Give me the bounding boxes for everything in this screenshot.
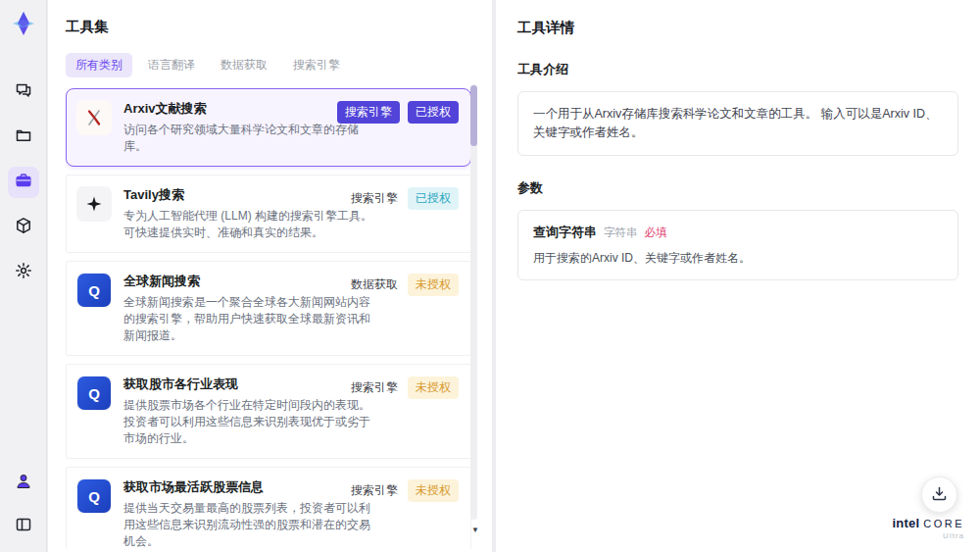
tool-card[interactable]: Arxiv文献搜索访问各个研究领域大量科学论文和文章的存储库。搜索引擎已授权: [66, 88, 471, 167]
detail-title: 工具详情: [517, 19, 958, 37]
tool-card-main: 获取股市各行业表现提供股票市场各个行业在特定时间段内的表现。投资者可以利用这些信…: [123, 376, 380, 447]
sidebar-toggle-icon: [15, 516, 32, 537]
tab-category-2[interactable]: 数据获取: [211, 53, 277, 77]
download-icon: [931, 485, 948, 505]
category-label: 搜索引擎: [351, 190, 398, 207]
tool-name: 获取股市各行业表现: [123, 376, 380, 393]
sidebar-item-files[interactable]: [8, 122, 39, 153]
news-search-icon: Q: [77, 479, 111, 513]
auth-status-badge: 未授权: [408, 479, 459, 502]
tool-description: 提供当天交易量最高的股票列表，投资者可以利用这些信息来识别流动性强的股票和潜在的…: [123, 500, 380, 549]
chat-icon: [15, 81, 32, 103]
news-search-icon: Q: [76, 478, 112, 514]
intel-wordmark: intel: [892, 516, 919, 530]
auth-status-badge: 未授权: [408, 274, 459, 296]
category-tabs: 所有类别语言翻译数据获取搜索引擎: [66, 53, 492, 77]
tool-card-tags: 数据获取未授权: [351, 274, 459, 296]
tool-card-tags: 搜索引擎未授权: [351, 479, 459, 502]
auth-status-badge: 未授权: [408, 376, 459, 399]
scrollbar-thumb[interactable]: [470, 85, 477, 146]
cube-icon: [15, 217, 32, 238]
sidebar-item-settings[interactable]: [8, 257, 39, 288]
tool-name: 全球新闻搜索: [123, 273, 380, 290]
tool-description: 提供股票市场各个行业在特定时间段内的表现。投资者可以利用这些信息来识别表现优于或…: [123, 397, 380, 447]
sparkle-icon: [76, 186, 112, 222]
news-search-icon: Q: [76, 376, 112, 411]
intro-heading: 工具介绍: [517, 61, 958, 78]
sidebar-item-user[interactable]: [8, 468, 39, 499]
core-wordmark: CORE: [923, 518, 964, 529]
tool-name: 获取市场最活跃股票信息: [123, 478, 380, 496]
tool-card-list: Arxiv文献搜索访问各个研究领域大量科学论文和文章的存储库。搜索引擎已授权Ta…: [66, 88, 471, 549]
tool-description: 全球新闻搜索是一个聚合全球各大新闻网站内容的搜索引擎，帮助用户快速获取全球最新资…: [123, 294, 380, 344]
sidebar-item-panel[interactable]: [8, 511, 39, 542]
sidebar-item-tools[interactable]: [8, 167, 39, 198]
intro-text: 一个用于从Arxiv存储库搜索科学论文和文章的工具。 输入可以是Arxiv ID…: [533, 105, 943, 142]
param-name: 查询字符串: [533, 224, 597, 241]
gear-icon: [15, 262, 32, 283]
intro-box: 一个用于从Arxiv存储库搜索科学论文和文章的工具。 输入可以是Arxiv ID…: [517, 91, 958, 156]
download-button[interactable]: [921, 477, 957, 513]
category-badge: 搜索引擎: [337, 101, 400, 124]
app-root: 工具集 所有类别语言翻译数据获取搜索引擎 Arxiv文献搜索访问各个研究领域大量…: [0, 0, 980, 552]
ultra-wordmark: Ultra: [892, 531, 964, 540]
tool-card[interactable]: Q全球新闻搜索全球新闻搜索是一个聚合全球各大新闻网站内容的搜索引擎，帮助用户快速…: [66, 261, 471, 356]
tool-card-tags: 搜索引擎未授权: [351, 376, 459, 399]
sidebar-item-chat[interactable]: [8, 76, 39, 108]
tool-card-tags: 搜索引擎已授权: [351, 187, 459, 210]
arxiv-logo-icon: [76, 100, 112, 135]
tool-card-main: Tavily搜索专为人工智能代理 (LLM) 构建的搜索引擎工具。可快速提供实时…: [123, 186, 380, 241]
category-label: 搜索引擎: [351, 379, 398, 396]
news-search-icon: Q: [76, 273, 112, 308]
tool-name: Tavily搜索: [123, 186, 380, 204]
tab-category-1[interactable]: 语言翻译: [138, 53, 205, 77]
scroll-down-arrow-icon[interactable]: ▼: [471, 527, 479, 534]
tab-category-3[interactable]: 搜索引擎: [283, 53, 350, 77]
list-scrollbar[interactable]: [470, 84, 477, 520]
tool-card-main: 全球新闻搜索全球新闻搜索是一个聚合全球各大新闻网站内容的搜索引擎，帮助用户快速获…: [123, 273, 380, 344]
news-search-icon: Q: [77, 376, 111, 410]
briefcase-icon: [15, 172, 32, 193]
rail-bottom-items: [8, 468, 39, 542]
param-type: 字符串: [604, 226, 638, 240]
auth-status-badge: 已授权: [408, 101, 459, 124]
nav-rail: [0, 0, 47, 552]
param-description: 用于搜索的Arxiv ID、关键字或作者姓名。: [533, 250, 943, 267]
sidebar-item-models[interactable]: [8, 212, 39, 243]
tool-detail-panel: 工具详情 工具介绍 一个用于从Arxiv存储库搜索科学论文和文章的工具。 输入可…: [496, 0, 980, 552]
intel-core-logo: intel CORE Ultra: [892, 516, 964, 540]
param-required-flag: 必填: [645, 226, 667, 240]
tool-description: 专为人工智能代理 (LLM) 构建的搜索引擎工具。可快速提供实时、准确和真实的结…: [123, 208, 380, 241]
app-logo-icon[interactable]: [8, 8, 39, 39]
tab-all-categories[interactable]: 所有类别: [66, 53, 132, 77]
rail-nav-items: [8, 76, 39, 288]
param-header: 查询字符串字符串必填: [533, 224, 943, 241]
tool-list-panel: 工具集 所有类别语言翻译数据获取搜索引擎 Arxiv文献搜索访问各个研究领域大量…: [48, 0, 492, 552]
params-heading: 参数: [517, 179, 958, 197]
tool-card-main: 获取市场最活跃股票信息提供当天交易量最高的股票列表，投资者可以利用这些信息来识别…: [123, 478, 380, 549]
tool-card-tags: 搜索引擎已授权: [337, 101, 459, 124]
user-icon: [15, 473, 32, 494]
tool-card[interactable]: Tavily搜索专为人工智能代理 (LLM) 构建的搜索引擎工具。可快速提供实时…: [66, 175, 471, 253]
tool-card[interactable]: Q获取市场最活跃股票信息提供当天交易量最高的股票列表，投资者可以利用这些信息来识…: [66, 467, 471, 549]
page-title: 工具集: [66, 18, 492, 36]
folder-icon: [15, 126, 32, 148]
auth-status-badge: 已授权: [408, 187, 459, 210]
tool-description: 访问各个研究领域大量科学论文和文章的存储库。: [123, 122, 380, 155]
tool-card[interactable]: Q获取股市各行业表现提供股票市场各个行业在特定时间段内的表现。投资者可以利用这些…: [66, 364, 471, 459]
category-label: 数据获取: [351, 276, 398, 293]
news-search-icon: Q: [77, 274, 111, 307]
category-label: 搜索引擎: [351, 482, 398, 499]
params-box: 查询字符串字符串必填用于搜索的Arxiv ID、关键字或作者姓名。: [517, 210, 958, 280]
